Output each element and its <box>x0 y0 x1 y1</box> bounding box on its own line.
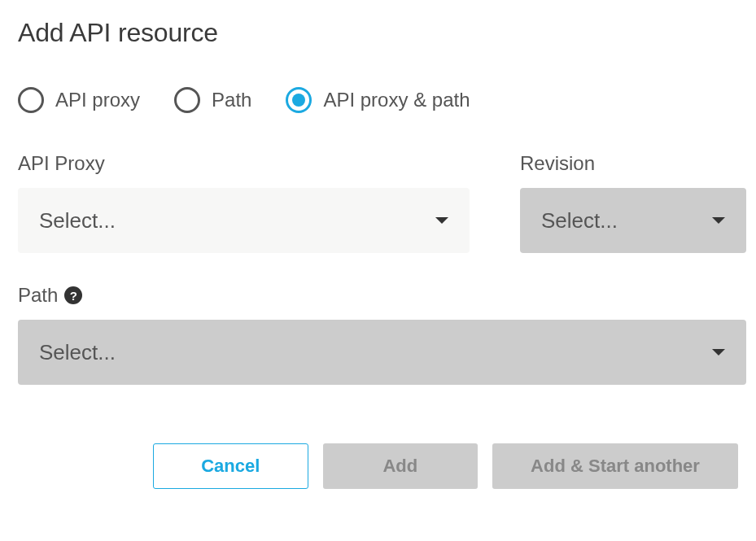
add-button[interactable]: Add <box>323 443 478 489</box>
dialog-button-row: Cancel Add Add & Start another <box>153 443 738 489</box>
api-proxy-select[interactable]: Select... <box>18 188 470 253</box>
radio-api-proxy[interactable]: API proxy <box>18 87 140 113</box>
revision-select[interactable]: Select... <box>520 188 746 253</box>
select-placeholder: Select... <box>39 340 116 365</box>
path-label: Path ? <box>18 284 746 307</box>
api-proxy-label: API Proxy <box>18 152 470 175</box>
path-select[interactable]: Select... <box>18 320 746 385</box>
form-group-path: Path ? Select... <box>18 284 746 385</box>
help-icon[interactable]: ? <box>64 286 82 304</box>
radio-label: API proxy & path <box>323 89 470 111</box>
form-row-proxy-revision: API Proxy Select... Revision Select... <box>18 152 738 253</box>
form-group-api-proxy: API Proxy Select... <box>18 152 470 253</box>
resource-type-radio-group: API proxy Path API proxy & path <box>18 87 738 113</box>
radio-api-proxy-and-path[interactable]: API proxy & path <box>286 87 470 113</box>
radio-checked-icon <box>286 87 312 113</box>
add-start-another-button[interactable]: Add & Start another <box>492 443 738 489</box>
form-group-revision: Revision Select... <box>520 152 746 253</box>
revision-label: Revision <box>520 152 746 175</box>
chevron-down-icon <box>712 349 725 356</box>
path-label-text: Path <box>18 284 58 307</box>
radio-label: API proxy <box>55 89 140 111</box>
radio-path[interactable]: Path <box>174 87 251 113</box>
radio-label: Path <box>212 89 251 111</box>
page-title: Add API resource <box>18 18 738 48</box>
chevron-down-icon <box>435 217 448 224</box>
select-placeholder: Select... <box>39 208 116 233</box>
radio-unchecked-icon <box>18 87 44 113</box>
radio-unchecked-icon <box>174 87 200 113</box>
cancel-button[interactable]: Cancel <box>153 443 308 489</box>
select-placeholder: Select... <box>541 208 618 233</box>
chevron-down-icon <box>712 217 725 224</box>
